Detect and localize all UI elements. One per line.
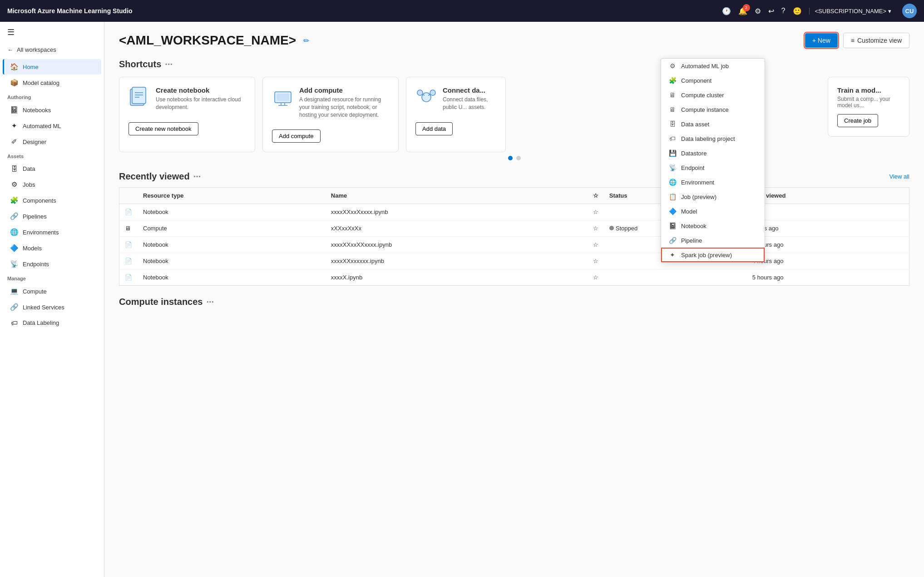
sidebar: ☰ ← All workspaces 🏠 Home 📦 Model catalo…: [0, 22, 104, 577]
sidebar-item-endpoints-label: Endpoints: [23, 261, 49, 268]
sidebar-item-model-catalog[interactable]: 📦 Model catalog: [3, 75, 101, 90]
sidebar-item-data[interactable]: 🗄 Data: [3, 161, 101, 176]
back-to-workspaces[interactable]: ← All workspaces: [0, 43, 104, 59]
sidebar-item-components[interactable]: 🧩 Components: [3, 193, 101, 208]
sidebar-item-models[interactable]: 🔷 Models: [3, 240, 101, 256]
topbar: Microsoft Azure Machine Learning Studio …: [0, 0, 924, 22]
dropdown-item-automated-ml-job[interactable]: ⚙ Automated ML job: [661, 59, 765, 73]
components-icon: 🧩: [10, 196, 18, 204]
workspace-title: <AML_WORKSPACE_NAME>: [119, 33, 296, 48]
sidebar-item-linked-services[interactable]: 🔗 Linked Services: [3, 299, 101, 315]
create-job-button[interactable]: Create job: [837, 114, 878, 127]
dropdown-item-compute-instance[interactable]: 🖥 Compute instance: [661, 102, 765, 117]
sidebar-item-compute[interactable]: 💻 Compute: [3, 284, 101, 299]
sidebar-item-endpoints[interactable]: 📡 Endpoints: [3, 256, 101, 272]
row-star[interactable]: ☆: [588, 253, 604, 269]
dropdown-item-datastore[interactable]: 💾 Datastore: [661, 146, 765, 160]
row-star[interactable]: ☆: [588, 220, 604, 237]
sidebar-item-pipelines[interactable]: 🔗 Pipelines: [3, 209, 101, 224]
dropdown-item-data-labeling-project[interactable]: 🏷 Data labeling project: [661, 131, 765, 146]
dropdown-item-component[interactable]: 🧩 Component: [661, 73, 765, 88]
add-data-button[interactable]: Add data: [415, 122, 453, 135]
user-avatar[interactable]: CU: [902, 4, 917, 18]
designer-icon: ✐: [10, 138, 18, 146]
sidebar-item-notebooks[interactable]: 📓 Notebooks: [3, 102, 101, 118]
row-star[interactable]: ☆: [588, 269, 604, 286]
datastore-icon: 💾: [668, 149, 677, 157]
model-icon: 🔷: [668, 208, 677, 215]
customize-view-button[interactable]: ≡ Customize view: [843, 33, 909, 48]
notifications-icon[interactable]: 🔔 2: [738, 7, 747, 15]
settings-icon[interactable]: ⚙: [755, 7, 761, 15]
data-labeling-project-icon: 🏷: [668, 135, 677, 142]
sidebar-item-automated-ml[interactable]: ✦ Automated ML: [3, 118, 101, 134]
customize-label: Customize view: [857, 37, 902, 44]
header-actions: + New ≡ Customize view: [805, 33, 909, 48]
sidebar-item-data-labeling[interactable]: 🏷 Data Labeling: [3, 315, 101, 330]
shortcuts-carousel: Create notebook Use notebooks for intera…: [119, 77, 909, 152]
dropdown-item-pipeline[interactable]: 🔗 Pipeline: [661, 233, 765, 248]
shortcuts-more-icon[interactable]: ···: [165, 59, 173, 70]
dropdown-item-compute-cluster[interactable]: 🖥 Compute cluster: [661, 88, 765, 102]
dropdown-item-spark-job[interactable]: ✦ Spark job (preview): [661, 248, 765, 262]
dropdown-item-environment[interactable]: 🌐 Environment: [661, 175, 765, 189]
add-compute-button[interactable]: Add compute: [272, 129, 321, 143]
compute-cluster-icon: 🖥: [668, 91, 677, 99]
dropdown-item-automated-ml-job-label: Automated ML job: [681, 63, 729, 70]
main-layout: ☰ ← All workspaces 🏠 Home 📦 Model catalo…: [0, 22, 924, 577]
sidebar-item-environments[interactable]: 🌐 Environments: [3, 224, 101, 240]
dropdown-item-endpoint[interactable]: 📡 Endpoint: [661, 160, 765, 175]
dropdown-item-job-preview-label: Job (preview): [681, 194, 716, 200]
endpoints-icon: 📡: [10, 260, 18, 268]
sidebar-item-home[interactable]: 🏠 Home: [3, 59, 101, 75]
row-name[interactable]: xxxxXXxxxxxx.ipynb: [326, 253, 588, 269]
dropdown-item-job-preview[interactable]: 📋 Job (preview): [661, 189, 765, 204]
recently-viewed-table: Resource type Name ☆ Status Last viewed …: [119, 187, 909, 286]
shortcut-card-create-notebook-description: Use notebooks for interactive cloud deve…: [156, 96, 246, 111]
shortcut-card-connect-data-description: Connect data files, public U... assets.: [443, 96, 496, 111]
endpoint-icon: 📡: [668, 164, 677, 171]
shortcut-card-connect-data-title: Connect da...: [443, 86, 496, 94]
row-resource-type: Notebook: [138, 204, 326, 220]
sidebar-item-jobs-label: Jobs: [23, 181, 35, 188]
row-star[interactable]: ☆: [588, 204, 604, 220]
sidebar-item-pipelines-label: Pipelines: [23, 213, 47, 220]
dropdown-item-model[interactable]: 🔷 Model: [661, 204, 765, 219]
shortcut-card-add-compute-description: A designated resource for running your t…: [299, 96, 389, 119]
dropdown-item-endpoint-label: Endpoint: [681, 164, 704, 171]
row-resource-type: Notebook: [138, 269, 326, 286]
feedback-icon[interactable]: ↩: [768, 7, 774, 15]
recently-viewed-more-icon[interactable]: ···: [193, 171, 201, 182]
new-button[interactable]: + New: [805, 33, 838, 48]
edit-workspace-icon[interactable]: ✏: [303, 36, 309, 45]
sidebar-item-jobs[interactable]: ⚙ Jobs: [3, 177, 101, 192]
history-icon[interactable]: 🕐: [722, 7, 731, 15]
hamburger-menu[interactable]: ☰: [0, 22, 104, 43]
shortcut-card-add-compute-header: Add compute A designated resource for ru…: [272, 86, 389, 119]
dot-1[interactable]: [508, 156, 513, 160]
subscription-selector[interactable]: <SUBSCRIPTION_NAME> ▾: [809, 8, 892, 15]
dropdown-item-data-asset[interactable]: 🗄 Data asset: [661, 117, 765, 131]
automated-ml-job-icon: ⚙: [668, 62, 677, 70]
sidebar-item-environments-label: Environments: [23, 229, 59, 236]
sidebar-item-designer[interactable]: ✐ Designer: [3, 134, 101, 149]
row-name[interactable]: xxxxX.ipynb: [326, 269, 588, 286]
shortcut-card-add-compute-text: Add compute A designated resource for ru…: [299, 86, 389, 119]
new-dropdown-menu: ⚙ Automated ML job 🧩 Component 🖥 Compute…: [661, 58, 765, 263]
dropdown-item-notebook[interactable]: 📓 Notebook: [661, 219, 765, 233]
row-name[interactable]: xxxxXXxxXxxxx.ipynb: [326, 204, 588, 220]
dot-2[interactable]: [516, 156, 521, 160]
row-name[interactable]: xXXxxXxXx: [326, 220, 588, 237]
model-catalog-icon: 📦: [10, 79, 18, 87]
subscription-name: <SUBSCRIPTION_NAME>: [815, 8, 887, 15]
row-star[interactable]: ☆: [588, 237, 604, 253]
view-all-link[interactable]: View all: [889, 173, 909, 180]
compute-instances-more-icon[interactable]: ···: [206, 297, 214, 307]
emoji-icon[interactable]: 🙂: [793, 7, 802, 15]
create-notebook-button[interactable]: Create new notebook: [128, 122, 198, 135]
environment-icon: 🌐: [668, 179, 677, 186]
row-name[interactable]: xxxxXXxxXXxxxx.ipynb: [326, 237, 588, 253]
recently-viewed-title: Recently viewed: [119, 171, 190, 182]
compute-instances-section: Compute instances ···: [119, 297, 909, 307]
help-icon[interactable]: ?: [781, 7, 786, 15]
